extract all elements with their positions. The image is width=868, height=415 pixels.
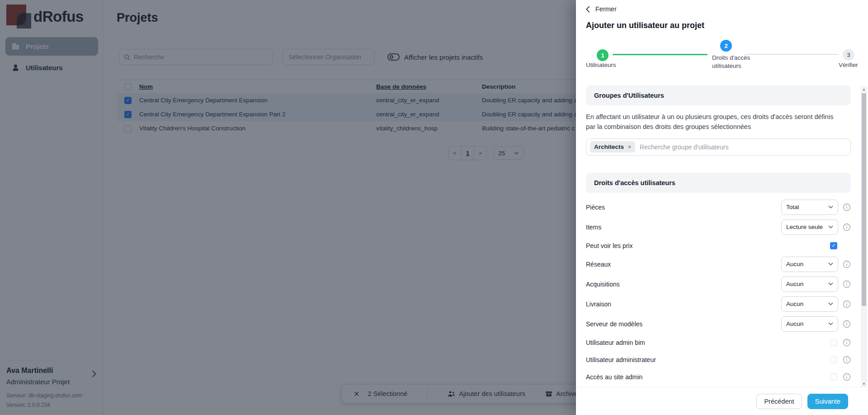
- livraison-select[interactable]: Aucun: [781, 296, 838, 312]
- scrollbar-thumb[interactable]: [862, 93, 866, 306]
- info-icon[interactable]: [838, 280, 851, 288]
- chevron-down-icon: [828, 282, 833, 286]
- info-icon[interactable]: [838, 320, 851, 328]
- panel-scroll-area: Groupes d'Utilisateurs En affectant un u…: [576, 84, 861, 387]
- chevron-down-icon: [828, 302, 833, 305]
- rights-row-livraison: Livraison Aucun: [586, 296, 851, 312]
- select-value: Aucun: [786, 261, 803, 267]
- rights-row-items: Items Lecture seule: [586, 219, 851, 235]
- panel-scrollbar[interactable]: ▲ ▼: [861, 86, 867, 387]
- groups-section-header: Groupes d'Utilisateurs: [586, 86, 851, 105]
- rights-row-serveur-modeles: Serveur de modèles Aucun: [586, 316, 851, 332]
- site-admin-checkbox[interactable]: [830, 373, 837, 381]
- rights-label: Acquisitions: [586, 281, 781, 288]
- chevron-left-icon: [586, 6, 590, 13]
- items-select[interactable]: Lecture seule: [781, 219, 838, 235]
- scroll-up-icon[interactable]: ▲: [861, 86, 867, 92]
- step-1-label: Utilisateurs: [586, 61, 616, 69]
- modal-overlay[interactable]: [0, 0, 576, 415]
- rights-row-acquisitions: Acquisitions Aucun: [586, 276, 851, 292]
- panel-title: Ajouter un utilisateur au projet: [586, 21, 704, 30]
- rights-label: Serveur de modèles: [586, 320, 781, 328]
- acquisitions-select[interactable]: Aucun: [781, 277, 838, 292]
- administrateur-checkbox[interactable]: [830, 356, 837, 363]
- panel-footer: Précédent Suivante: [576, 387, 868, 415]
- rights-label: Items: [586, 224, 781, 231]
- info-icon[interactable]: [838, 300, 851, 308]
- rights-label: Réseaux: [586, 261, 781, 268]
- select-value: Aucun: [786, 301, 803, 307]
- remove-icon[interactable]: ×: [628, 144, 631, 150]
- add-user-panel: Fermer Ajouter un utilisateur au projet …: [576, 0, 868, 415]
- group-search-wrap: Architects ×: [586, 138, 851, 156]
- reseaux-select[interactable]: Aucun: [781, 257, 838, 272]
- step-connector-todo: [745, 54, 838, 55]
- chevron-down-icon: [828, 225, 833, 229]
- close-panel-label: Fermer: [595, 5, 617, 13]
- rights-row-reseaux: Réseaux Aucun: [586, 256, 851, 272]
- step-connector-done: [613, 54, 708, 55]
- groups-description: En affectant un utilisateur à un ou plus…: [586, 112, 844, 132]
- rights-row-administrateur: Utilisateur administrateur: [586, 353, 851, 367]
- info-icon[interactable]: [838, 339, 851, 347]
- step-2-label: Droits d'accès utilisateurs: [712, 54, 754, 70]
- pieces-select[interactable]: Total: [781, 200, 838, 215]
- previous-button[interactable]: Précédent: [756, 394, 802, 409]
- rights-label: Livraison: [586, 301, 781, 308]
- chevron-down-icon: [828, 262, 833, 266]
- rights-row-pieces: Pièces Total: [586, 199, 851, 215]
- chevron-down-icon: [828, 205, 833, 209]
- admin-bim-checkbox[interactable]: [830, 339, 837, 346]
- info-icon[interactable]: [838, 373, 851, 381]
- select-value: Aucun: [786, 320, 803, 327]
- rights-label: Utilisateur admin bim: [586, 339, 781, 346]
- rights-label: Pièces: [586, 204, 781, 211]
- rights-label: Utilisateur administrateur: [586, 356, 781, 363]
- rights-label: Peut voir les prix: [586, 242, 781, 249]
- group-chip-architects[interactable]: Architects ×: [590, 141, 635, 153]
- step-1-indicator[interactable]: 1: [597, 49, 609, 61]
- close-panel-button[interactable]: Fermer: [586, 5, 617, 13]
- next-button[interactable]: Suivante: [807, 394, 848, 409]
- select-value: Lecture seule: [786, 224, 823, 230]
- group-chip-label: Architects: [594, 143, 624, 150]
- rights-label: Accès au site admin: [586, 373, 781, 381]
- rights-row-prix: Peut voir les prix ✓: [586, 239, 851, 253]
- step-2-indicator[interactable]: 2: [720, 40, 732, 52]
- select-value: Aucun: [786, 281, 803, 287]
- serveur-modeles-select[interactable]: Aucun: [781, 316, 838, 332]
- chevron-down-icon: [828, 322, 833, 325]
- step-3-indicator[interactable]: 3: [843, 49, 854, 61]
- step-3-label: Vérifier: [839, 61, 858, 69]
- info-icon[interactable]: [838, 260, 851, 268]
- info-icon[interactable]: [838, 223, 851, 231]
- rights-row-site-admin: Accès au site admin: [586, 370, 851, 384]
- wizard-stepper: 1 2 3 Utilisateurs Droits d'accès utilis…: [576, 38, 868, 84]
- group-search-input[interactable]: [640, 143, 847, 151]
- can-see-prices-checkbox[interactable]: ✓: [830, 242, 837, 249]
- scroll-down-icon[interactable]: ▼: [861, 381, 867, 387]
- info-icon[interactable]: [838, 203, 851, 211]
- rights-row-admin-bim: Utilisateur admin bim: [586, 336, 851, 349]
- info-icon[interactable]: [838, 356, 851, 364]
- rights-section-header: Droits d'accès utilisateurs: [586, 173, 851, 193]
- select-value: Total: [786, 204, 799, 210]
